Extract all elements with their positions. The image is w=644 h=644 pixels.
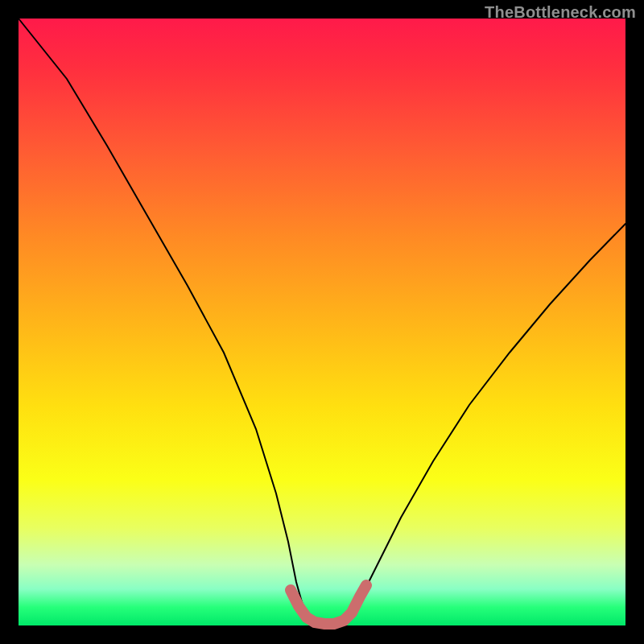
- floor-segment: [291, 585, 366, 624]
- chart-stage: TheBottleneck.com: [0, 0, 644, 644]
- main-curve: [19, 19, 625, 625]
- watermark-text: TheBottleneck.com: [485, 3, 636, 22]
- curve-overlay: [19, 19, 625, 625]
